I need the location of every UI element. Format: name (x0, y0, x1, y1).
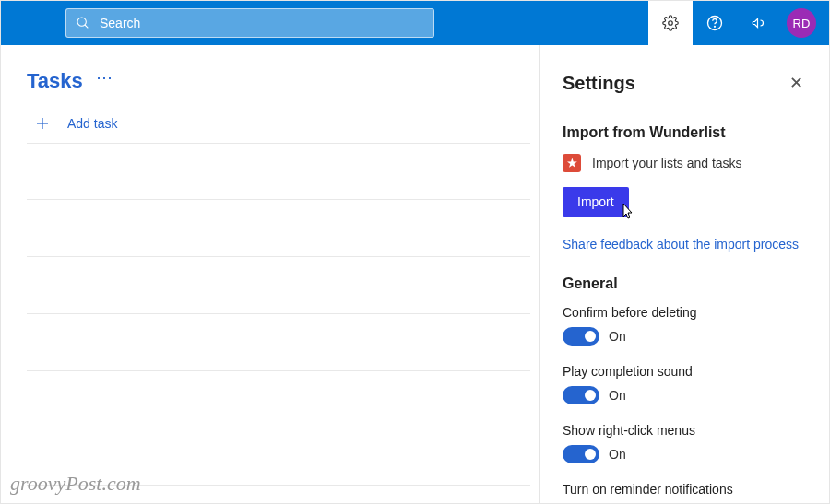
task-row[interactable] (27, 371, 530, 428)
search-input[interactable] (100, 16, 424, 30)
search-icon (76, 16, 90, 30)
toggle-state: On (609, 329, 626, 344)
svg-point-0 (77, 18, 86, 26)
top-bar: RD (1, 1, 829, 45)
svg-line-1 (85, 25, 88, 28)
import-section-title: Import from Wunderlist (563, 124, 807, 141)
settings-gear-button[interactable] (648, 1, 693, 45)
add-task-label: Add task (67, 116, 117, 131)
task-list (27, 143, 540, 486)
task-row[interactable] (27, 314, 530, 371)
toggle-right-click-menus[interactable] (563, 445, 599, 463)
setting-label: Turn on reminder notifications (563, 482, 807, 497)
toggle-completion-sound[interactable] (563, 386, 599, 404)
task-row[interactable] (27, 143, 530, 200)
search-box[interactable] (65, 8, 434, 38)
close-settings-button[interactable]: ✕ (786, 69, 807, 97)
task-row[interactable] (27, 200, 530, 257)
wunderlist-icon: ★ (563, 154, 581, 172)
settings-title: Settings (563, 73, 635, 94)
question-icon (706, 15, 723, 31)
announcements-button[interactable] (737, 1, 781, 45)
setting-label: Confirm before deleting (563, 305, 807, 320)
list-menu-button[interactable]: ⋯ (96, 67, 113, 88)
toggle-state: On (609, 388, 626, 403)
settings-panel: Settings ✕ Import from Wunderlist ★ Impo… (540, 45, 829, 503)
megaphone-icon (751, 15, 767, 31)
user-avatar[interactable]: RD (787, 8, 816, 38)
add-task-button[interactable]: Add task (27, 106, 540, 137)
help-button[interactable] (693, 1, 737, 45)
import-description: Import your lists and tasks (592, 156, 742, 170)
list-title: Tasks (27, 69, 83, 93)
toggle-confirm-delete[interactable] (563, 327, 599, 346)
general-section-title: General (563, 275, 807, 292)
task-list-area: Tasks ⋯ Add task groovyPost.com (1, 45, 540, 503)
setting-confirm-delete: Confirm before deleting On (563, 305, 807, 346)
setting-completion-sound: Play completion sound On (563, 364, 807, 404)
task-row[interactable] (27, 257, 530, 314)
setting-label: Show right-click menus (563, 423, 807, 438)
toggle-state: On (609, 447, 626, 462)
watermark: groovyPost.com (10, 472, 141, 496)
feedback-link[interactable]: Share feedback about the import process (563, 237, 807, 252)
svg-point-4 (715, 26, 716, 27)
setting-right-click-menus: Show right-click menus On (563, 423, 807, 463)
import-button[interactable]: Import (563, 187, 629, 217)
setting-label: Play completion sound (563, 364, 807, 379)
plus-icon (34, 115, 51, 132)
svg-point-2 (669, 21, 673, 26)
gear-icon (662, 15, 679, 31)
setting-reminder-notifications: Turn on reminder notifications (563, 482, 807, 497)
